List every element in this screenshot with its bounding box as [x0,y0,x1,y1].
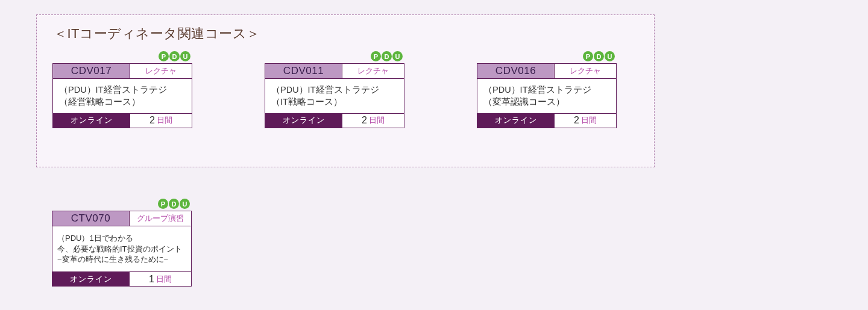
course-days-num: 1 [149,274,154,285]
course-title-line: （IT戦略コース） [271,96,399,108]
pdu-d: D [169,51,180,61]
pdu-p: P [159,51,169,61]
course-days-num: 2 [149,115,155,126]
course-type: レクチャ [130,64,192,79]
course-days-unit: 日間 [581,115,597,126]
section-box: ＜ITコーディネータ関連コース＞ P D U CDV017 レクチャ （PDU）… [36,14,655,167]
course-title-line: （PDU）IT経営ストラテジ [271,84,399,96]
course-days-unit: 日間 [369,115,385,126]
card-footer: オンライン 1 日間 [52,272,191,286]
section-title: ＜ITコーディネータ関連コース＞ [54,25,638,43]
pdu-d: D [169,199,179,209]
course-duration: 2 日間 [342,114,404,128]
pdu-d: D [594,51,604,61]
card-footer: オンライン 2 日間 [53,114,192,128]
course-code: CDV011 [265,64,342,79]
pdu-p: P [583,51,593,61]
pdu-p: P [371,51,381,61]
card-header: CDV011 レクチャ [265,64,404,79]
card-footer: オンライン 2 日間 [477,114,616,128]
course-title-line: （変革認識コース） [483,96,611,108]
course-title-line: （PDU）1日でわかる [57,233,187,244]
card-header: CDV016 レクチャ [477,64,616,79]
course-card[interactable]: P D U CDV017 レクチャ （PDU）IT経営ストラテジ （経営戦略コー… [52,63,192,128]
course-code: CTV070 [52,211,130,226]
course-type: レクチャ [342,64,404,79]
card-header: CTV070 グループ演習 [52,211,191,226]
course-title: （PDU）IT経営ストラテジ （IT戦略コース） [265,79,404,114]
pdu-d: D [382,51,392,61]
course-title-line: 今、必要な戦略的IT投資のポイント [57,244,187,255]
course-code: CDV016 [477,64,555,79]
course-duration: 2 日間 [130,114,192,128]
course-type: レクチャ [555,64,616,79]
pdu-u: U [180,199,190,209]
card-footer: オンライン 2 日間 [265,114,404,128]
course-title-line: （PDU）IT経営ストラテジ [59,84,187,96]
course-type: グループ演習 [130,211,191,226]
course-mode: オンライン [52,272,130,286]
card-header: CDV017 レクチャ [53,64,192,79]
course-days-num: 2 [362,115,367,126]
pdu-p: P [158,199,168,209]
course-code: CDV017 [53,64,130,79]
course-title-line: −変革の時代に生き残るために− [57,254,187,265]
course-mode: オンライン [53,114,130,128]
course-card[interactable]: P D U CDV016 レクチャ （PDU）IT経営ストラテジ （変革認識コー… [477,63,617,128]
pdu-badge-icon: P D U [159,51,190,61]
course-days-unit: 日間 [156,274,172,285]
pdu-badge-icon: P D U [371,51,403,61]
pdu-u: U [605,51,615,61]
course-title-line: （経営戦略コース） [59,96,187,108]
course-days-num: 2 [574,115,579,126]
course-duration: 1 日間 [130,272,191,286]
course-duration: 2 日間 [555,114,616,128]
course-mode: オンライン [265,114,342,128]
pdu-u: U [392,51,403,61]
course-days-unit: 日間 [157,115,172,126]
pdu-badge-icon: P D U [158,199,190,209]
course-title: （PDU）IT経営ストラテジ （経営戦略コース） [53,79,192,114]
course-title: （PDU）IT経営ストラテジ （変革認識コース） [477,79,616,114]
course-title: （PDU）1日でわかる 今、必要な戦略的IT投資のポイント −変革の時代に生き残… [52,226,191,272]
course-title-line: （PDU）IT経営ストラテジ [483,84,611,96]
pdu-badge-icon: P D U [583,51,615,61]
course-card[interactable]: P D U CTV070 グループ演習 （PDU）1日でわかる 今、必要な戦略的… [52,211,192,287]
pdu-u: U [180,51,190,61]
course-card[interactable]: P D U CDV011 レクチャ （PDU）IT経営ストラテジ （IT戦略コー… [265,63,404,128]
course-mode: オンライン [477,114,555,128]
